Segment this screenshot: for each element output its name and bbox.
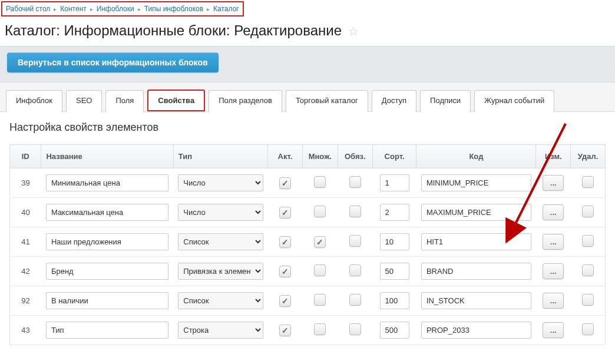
row-id: 43: [10, 316, 41, 345]
required-checkbox[interactable]: [349, 176, 361, 188]
breadcrumb-link[interactable]: Каталог: [213, 5, 239, 13]
active-checkbox[interactable]: [279, 207, 291, 219]
sort-input[interactable]: [380, 204, 409, 221]
edit-property-button[interactable]: ...: [543, 263, 564, 279]
col-required: Обяз.: [338, 145, 372, 168]
type-select[interactable]: СтрокаЧислоСписокПривязка к элементам: [178, 174, 263, 191]
row-id: 92: [10, 286, 41, 316]
sort-input[interactable]: [380, 174, 409, 191]
col-edit: Изм.: [536, 145, 571, 168]
col-code: Код: [416, 145, 536, 168]
row-id: 40: [10, 198, 41, 227]
delete-checkbox[interactable]: [582, 264, 594, 276]
multiple-checkbox[interactable]: [314, 236, 326, 248]
type-select[interactable]: СтрокаЧислоСписокПривязка к элементам: [178, 233, 263, 250]
code-input[interactable]: [421, 174, 531, 191]
table-row: 41СтрокаЧислоСписокПривязка к элементам.…: [10, 227, 606, 257]
tab-seo[interactable]: SEO: [66, 90, 102, 112]
name-input[interactable]: [46, 174, 168, 191]
edit-property-button[interactable]: ...: [543, 234, 564, 250]
name-input[interactable]: [46, 322, 168, 339]
required-checkbox[interactable]: [349, 206, 361, 217]
active-checkbox[interactable]: [279, 266, 291, 277]
sort-input[interactable]: [380, 292, 409, 309]
tab-свойства[interactable]: Свойства: [147, 90, 205, 111]
type-select[interactable]: СтрокаЧислоСписокПривязка к элементам: [178, 263, 263, 280]
favorite-star-icon[interactable]: ☆: [348, 25, 359, 38]
row-id: 41: [10, 227, 41, 257]
tab-инфоблок[interactable]: Инфоблок: [6, 90, 62, 112]
delete-checkbox[interactable]: [582, 235, 594, 247]
edit-property-button[interactable]: ...: [543, 204, 564, 220]
breadcrumb-link[interactable]: Контент: [60, 5, 86, 13]
name-input[interactable]: [46, 292, 168, 309]
delete-checkbox[interactable]: [582, 176, 594, 188]
required-checkbox[interactable]: [349, 323, 361, 335]
code-input[interactable]: [421, 292, 531, 309]
breadcrumb-link[interactable]: Типы инфоблоков: [144, 5, 203, 13]
table-row: 43СтрокаЧислоСписокПривязка к элементам.…: [10, 316, 606, 345]
sort-input[interactable]: [380, 233, 409, 250]
name-input[interactable]: [46, 204, 168, 221]
active-checkbox[interactable]: [279, 236, 291, 248]
col-multiple: Множ.: [302, 145, 338, 168]
delete-checkbox[interactable]: [582, 323, 594, 335]
page-title: Каталог: Информационные блоки: Редактиро…: [0, 20, 615, 46]
sort-input[interactable]: [380, 322, 409, 339]
section-title: Настройка свойств элементов: [9, 121, 606, 134]
table-row: 92СтрокаЧислоСписокПривязка к элементам.…: [10, 286, 606, 316]
col-sort: Сорт.: [372, 145, 416, 168]
code-input[interactable]: [421, 204, 531, 221]
name-input[interactable]: [46, 233, 168, 250]
edit-property-button[interactable]: ...: [543, 293, 564, 309]
col-id: ID: [10, 145, 41, 168]
code-input[interactable]: [421, 233, 531, 250]
type-select[interactable]: СтрокаЧислоСписокПривязка к элементам: [178, 204, 263, 221]
tab-журнал-событий[interactable]: Журнал событий: [474, 90, 554, 112]
delete-checkbox[interactable]: [582, 206, 594, 217]
chevron-right-icon: ▸: [90, 6, 93, 12]
chevron-right-icon: ▸: [54, 6, 57, 12]
back-to-list-button[interactable]: Вернуться в список информационных блоков: [7, 52, 219, 72]
multiple-checkbox[interactable]: [314, 323, 326, 335]
tab-поля[interactable]: Поля: [105, 90, 144, 112]
multiple-checkbox[interactable]: [314, 176, 326, 188]
col-type: Тип: [173, 145, 267, 168]
sort-input[interactable]: [380, 263, 409, 280]
table-row: 42СтрокаЧислоСписокПривязка к элементам.…: [10, 257, 606, 286]
content-panel: Настройка свойств элементов ID Название …: [0, 112, 615, 355]
tab-доступ[interactable]: Доступ: [372, 90, 416, 112]
tab-подписи[interactable]: Подписи: [420, 90, 471, 112]
col-delete: Удал.: [571, 145, 606, 168]
chevron-right-icon: ▸: [207, 6, 210, 12]
code-input[interactable]: [421, 322, 531, 339]
type-select[interactable]: СтрокаЧислоСписокПривязка к элементам: [178, 292, 263, 309]
action-bar: Вернуться в список информационных блоков: [0, 46, 615, 82]
row-id: 39: [10, 168, 41, 198]
delete-checkbox[interactable]: [582, 294, 594, 306]
chevron-right-icon: ▸: [138, 6, 141, 12]
page-title-text: Каталог: Информационные блоки: Редактиро…: [5, 22, 342, 38]
required-checkbox[interactable]: [349, 264, 361, 276]
multiple-checkbox[interactable]: [314, 264, 326, 276]
edit-property-button[interactable]: ...: [543, 322, 564, 338]
active-checkbox[interactable]: [279, 177, 291, 189]
properties-table: ID Название Тип Акт. Множ. Обяз. Сорт. К…: [9, 144, 606, 345]
breadcrumb-link[interactable]: Рабочий стол: [6, 5, 50, 13]
required-checkbox[interactable]: [349, 235, 361, 247]
tab-торговый-каталог[interactable]: Торговый каталог: [286, 90, 368, 112]
code-input[interactable]: [421, 263, 531, 280]
tab-поля-разделов[interactable]: Поля разделов: [209, 90, 282, 112]
multiple-checkbox[interactable]: [314, 294, 326, 306]
col-name: Название: [41, 145, 173, 168]
active-checkbox[interactable]: [279, 295, 291, 307]
col-active: Акт.: [268, 145, 303, 168]
edit-property-button[interactable]: ...: [543, 175, 564, 191]
name-input[interactable]: [46, 263, 168, 280]
type-select[interactable]: СтрокаЧислоСписокПривязка к элементам: [178, 322, 263, 339]
active-checkbox[interactable]: [279, 325, 291, 336]
multiple-checkbox[interactable]: [314, 206, 326, 217]
required-checkbox[interactable]: [349, 294, 361, 306]
breadcrumb-link[interactable]: Инфоблоки: [97, 5, 134, 13]
row-id: 42: [10, 257, 41, 286]
